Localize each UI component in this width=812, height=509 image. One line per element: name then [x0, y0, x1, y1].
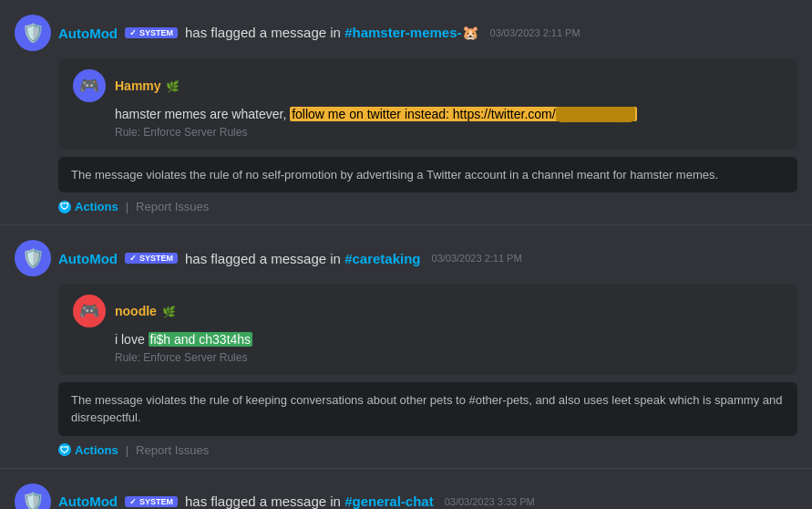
channel-link-2[interactable]: #caretaking — [344, 251, 420, 266]
rule-text-2: Rule: Enforce Server Rules — [115, 351, 783, 364]
header-action-3: has flagged a message in #general-chat — [185, 493, 434, 509]
discord-icon-1: 🛡️ — [22, 22, 45, 44]
message-group-3: 🛡️ AutoMod SYSTEM has flagged a message … — [0, 469, 812, 509]
automod-name-3: AutoMod — [58, 493, 118, 509]
automod-name-2: AutoMod — [58, 251, 118, 266]
username-2: noodle 🌿 — [115, 304, 176, 318]
system-badge-3: SYSTEM — [125, 496, 178, 507]
actions-icon-1: 🛡 — [58, 201, 71, 213]
highlighted-text-1: follow me on twitter instead: https://tw… — [290, 107, 637, 121]
message-header-2: 🛡️ AutoMod SYSTEM has flagged a message … — [15, 240, 797, 276]
discord-icon-2: 🛡️ — [22, 247, 45, 269]
separator-2: | — [126, 443, 128, 457]
violation-box-2: The message violates the rule of keeping… — [58, 382, 797, 436]
header-action-2: has flagged a message in #caretaking — [185, 251, 421, 266]
username-1: Hammy 🌿 — [115, 78, 180, 93]
actions-icon-2: 🛡 — [58, 443, 71, 456]
user-avatar-2: 🎮 — [73, 295, 106, 327]
header-action-1: has flagged a message in #hamster-memes-… — [185, 25, 479, 41]
flagged-card-2: 🎮 noodle 🌿 i love fi$h and ch33t4hs Rule… — [58, 284, 797, 375]
channel-link-3[interactable]: #general-chat — [344, 493, 434, 509]
timestamp-2: 03/03/2023 2:11 PM — [432, 253, 522, 264]
message-group-2: 🛡️ AutoMod SYSTEM has flagged a message … — [0, 225, 812, 469]
message-header-1: 🛡️ AutoMod SYSTEM has flagged a message … — [15, 15, 797, 51]
violation-box-1: The message violates the rule of no self… — [58, 157, 797, 193]
flagged-card-1: 🎮 Hammy 🌿 hamster memes are whatever, fo… — [58, 58, 797, 150]
leaf-badge-2: 🌿 — [162, 306, 176, 318]
rule-text-1: Rule: Enforce Server Rules — [115, 126, 783, 139]
message-content-2: i love fi$h and ch33t4hs — [115, 331, 783, 349]
user-row-2: 🎮 noodle 🌿 — [73, 295, 783, 327]
timestamp-3: 03/03/2023 3:33 PM — [445, 496, 535, 507]
highlighted-text-2: fi$h and ch33t4hs — [149, 332, 253, 347]
actions-button-2[interactable]: 🛡 Actions — [58, 443, 118, 457]
automod-name-1: AutoMod — [58, 26, 118, 41]
discord-icon-3: 🛡️ — [22, 491, 45, 509]
leaf-badge-1: 🌿 — [166, 80, 180, 93]
actions-row-1: 🛡 Actions | Report Issues — [58, 200, 797, 213]
timestamp-1: 03/03/2023 2:11 PM — [490, 27, 581, 38]
message-group-1: 🛡️ AutoMod SYSTEM has flagged a message … — [0, 0, 812, 225]
actions-button-1[interactable]: 🛡 Actions — [58, 200, 118, 213]
user-avatar-1: 🎮 — [73, 69, 106, 102]
report-link-2[interactable]: Report Issues — [136, 443, 209, 457]
user-row-1: 🎮 Hammy 🌿 — [73, 69, 783, 102]
separator-1: | — [126, 200, 128, 213]
actions-row-2: 🛡 Actions | Report Issues — [58, 443, 797, 457]
message-content-1: hamster memes are whatever, follow me on… — [115, 106, 783, 124]
report-link-1[interactable]: Report Issues — [136, 200, 209, 213]
automod-avatar-3: 🛡️ — [15, 483, 51, 509]
system-badge-1: SYSTEM — [125, 27, 178, 38]
system-badge-2: SYSTEM — [125, 253, 178, 264]
channel-link-1[interactable]: #hamster-memes-🐹 — [344, 25, 478, 40]
automod-avatar-1: 🛡️ — [15, 15, 51, 51]
message-header-3: 🛡️ AutoMod SYSTEM has flagged a message … — [15, 483, 797, 509]
automod-avatar-2: 🛡️ — [15, 240, 51, 276]
